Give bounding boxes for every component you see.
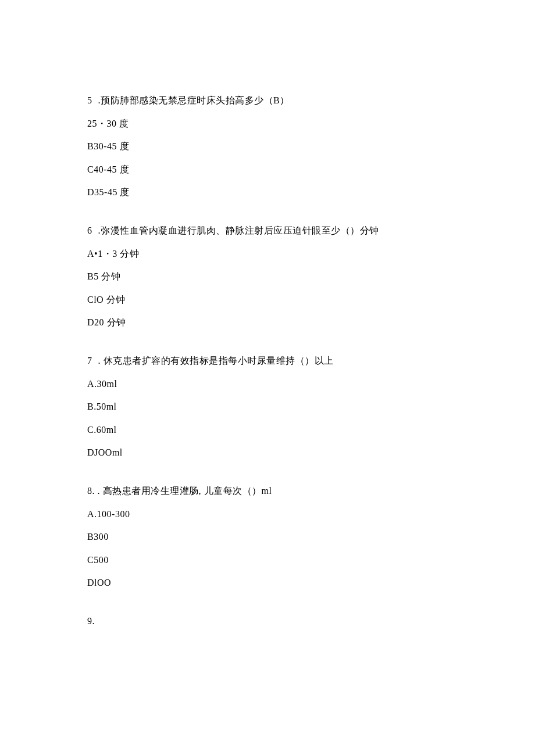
option-c: C40-45 度 [87,162,454,177]
option-a: A.100-300 [87,507,454,522]
question-8: 8. . 高热患者用冷生理灌肠, 儿童每次（）ml A.100-300 B300… [87,483,454,590]
question-sep: . [95,356,104,366]
question-5: 5 .预防肺部感染无禁忌症时床头抬高多少（B） 25・30 度 B30-45 度… [87,93,454,200]
option-a: A.30ml [87,377,454,392]
question-stem: 9. [87,614,454,629]
question-stem: 6 .弥漫性血管内凝血进行肌肉、静脉注射后应压迫针眼至少（）分钟 [87,223,454,238]
question-stem: 8. . 高热患者用冷生理灌肠, 儿童每次（）ml [87,483,454,499]
option-b: B5 分钟 [87,269,454,284]
question-text: 弥漫性血管内凝血进行肌肉、静脉注射后应压迫针眼至少（）分钟 [101,225,379,235]
question-number: 9. [87,616,95,626]
question-sep: . [95,225,101,235]
option-b: B30-45 度 [87,139,454,154]
option-a: A•1・3 分钟 [87,246,454,261]
option-a: 25・30 度 [87,116,454,131]
option-d: D20 分钟 [87,315,454,330]
question-sep: . [95,95,101,105]
option-d: D35-45 度 [87,185,454,200]
question-text: 高热患者用冷生理灌肠, 儿童每次（）ml [103,486,272,496]
question-stem: 5 .预防肺部感染无禁忌症时床头抬高多少（B） [87,93,454,108]
option-b: B300 [87,529,454,544]
question-7: 7 . 休克患者扩容的有效指标是指每小时尿量维持（）以上 A.30ml B.50… [87,353,454,460]
question-number: 6 [87,223,95,238]
question-text: 预防肺部感染无禁忌症时床头抬高多少（B） [101,95,290,105]
question-number: 8. . [87,486,103,496]
question-text: 休克患者扩容的有效指标是指每小时尿量维持（）以上 [104,356,334,366]
option-d: DlOO [87,575,454,590]
document-page: 5 .预防肺部感染无禁忌症时床头抬高多少（B） 25・30 度 B30-45 度… [0,0,535,756]
option-c: C500 [87,553,454,568]
question-stem: 7 . 休克患者扩容的有效指标是指每小时尿量维持（）以上 [87,353,454,368]
option-d: DJOOml [87,445,454,460]
question-number: 7 [87,353,95,368]
question-6: 6 .弥漫性血管内凝血进行肌肉、静脉注射后应压迫针眼至少（）分钟 A•1・3 分… [87,223,454,330]
option-b: B.50ml [87,399,454,414]
question-9: 9. [87,614,454,629]
option-c: ClO 分钟 [87,292,454,307]
option-c: C.60ml [87,422,454,438]
question-number: 5 [87,93,95,108]
